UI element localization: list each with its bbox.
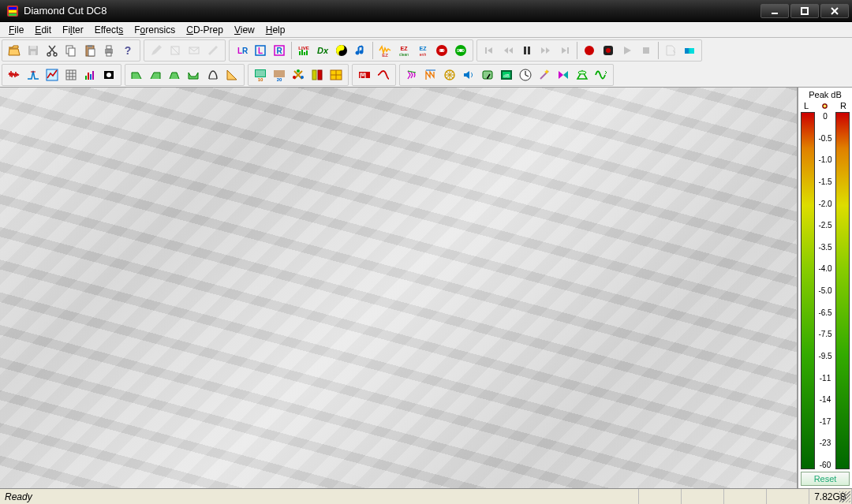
spectrum-icon[interactable] xyxy=(43,65,62,84)
channel-icon[interactable] xyxy=(308,65,327,84)
color-icon[interactable] xyxy=(680,41,699,60)
svg-rect-16 xyxy=(88,45,92,47)
minimize-button[interactable] xyxy=(760,4,789,18)
forward-button[interactable] xyxy=(536,41,555,60)
close-button[interactable] xyxy=(820,4,849,18)
svg-rect-58 xyxy=(690,48,694,54)
meter-tick: -0.5 xyxy=(816,134,834,143)
spike-icon[interactable] xyxy=(24,65,43,84)
comp-icon[interactable] xyxy=(204,65,222,84)
levels-icon[interactable] xyxy=(80,65,99,84)
filter2-icon[interactable] xyxy=(147,65,166,84)
gate-icon[interactable] xyxy=(355,65,374,84)
wand-icon[interactable] xyxy=(535,65,554,84)
menu-filter[interactable]: Filter xyxy=(57,23,89,37)
meter-tick: -2.0 xyxy=(816,200,834,208)
grid-icon[interactable] xyxy=(62,65,80,84)
pause-button[interactable] xyxy=(518,41,536,60)
eq20-icon[interactable]: 20 xyxy=(270,65,289,84)
record-stop-button[interactable] xyxy=(599,41,618,60)
marker-icon[interactable] xyxy=(661,41,680,60)
open-button[interactable] xyxy=(5,41,24,60)
pencil-icon[interactable] xyxy=(147,41,166,60)
env2-icon[interactable] xyxy=(573,65,592,84)
xfade-icon[interactable] xyxy=(554,65,573,84)
paste-button[interactable] xyxy=(80,41,99,60)
speaker-icon[interactable] xyxy=(459,65,478,84)
fx3-icon[interactable] xyxy=(440,65,459,84)
svg-rect-57 xyxy=(685,48,689,54)
l-button[interactable]: L xyxy=(251,41,270,60)
menu-help[interactable]: Help xyxy=(260,23,291,37)
svg-text:LIVE: LIVE xyxy=(298,46,308,50)
knife-icon[interactable] xyxy=(204,41,222,60)
tb1-file-group: ? xyxy=(2,39,140,62)
live-button[interactable]: LIVE xyxy=(294,41,313,60)
svg-rect-10 xyxy=(31,51,36,55)
meter-tick: -2.5 xyxy=(816,221,834,230)
window-buttons xyxy=(760,4,849,18)
balance-icon[interactable] xyxy=(327,65,346,84)
save-button[interactable] xyxy=(24,41,43,60)
maximize-button[interactable] xyxy=(790,4,819,18)
help-button[interactable]: ? xyxy=(118,41,137,60)
stop-button[interactable] xyxy=(637,41,656,60)
svg-point-70 xyxy=(297,69,300,73)
resize-grip[interactable] xyxy=(839,491,850,502)
rewind-button[interactable] xyxy=(499,41,518,60)
copy-button[interactable] xyxy=(62,41,80,60)
notes-icon[interactable] xyxy=(351,41,370,60)
toolbar-area: ? LR L R LIVE Dx EZ EZclean EZenh CD DVD xyxy=(0,38,852,88)
svg-text:EZ: EZ xyxy=(420,46,428,51)
status-empty-4 xyxy=(767,489,809,504)
clip-icon[interactable]: dB xyxy=(497,65,516,84)
svg-rect-63 xyxy=(90,74,92,80)
workspace[interactable] xyxy=(0,88,797,488)
prev-button[interactable] xyxy=(480,41,499,60)
fill-icon[interactable] xyxy=(166,41,185,60)
menu-edit[interactable]: Edit xyxy=(29,23,57,37)
dvd-icon[interactable]: DVD xyxy=(451,41,470,60)
main-area: Peak dB L R 0 -0.5 -1.0 -1.5 -2.0 -2.5 -… xyxy=(0,88,852,488)
menu-view[interactable]: View xyxy=(229,23,260,37)
ez-impulse-button[interactable]: EZ xyxy=(376,41,394,60)
filter4-icon[interactable] xyxy=(185,65,204,84)
fx2-icon[interactable] xyxy=(421,65,440,84)
gauge-icon[interactable] xyxy=(478,65,497,84)
eq10-icon[interactable]: 10 xyxy=(251,65,270,84)
filter3-icon[interactable] xyxy=(166,65,185,84)
menu-bar: File Edit Filter Effects Forensics CD-Pr… xyxy=(0,22,852,38)
svg-rect-5 xyxy=(802,8,808,14)
r-button[interactable]: R xyxy=(270,41,289,60)
menu-cdprep[interactable]: CD-Prep xyxy=(181,23,229,37)
envelope-icon[interactable] xyxy=(185,41,204,60)
filter1-icon[interactable] xyxy=(128,65,147,84)
lpf-icon[interactable] xyxy=(99,65,118,84)
menu-file[interactable]: File xyxy=(3,23,29,37)
jitter-icon[interactable] xyxy=(289,65,308,84)
svg-text:R: R xyxy=(276,47,282,55)
ez-clean-button[interactable]: EZclean xyxy=(394,41,413,60)
clock-icon[interactable] xyxy=(516,65,535,84)
lr-button[interactable]: LR xyxy=(232,41,251,60)
cut-button[interactable] xyxy=(43,41,62,60)
yinyang-icon[interactable] xyxy=(332,41,351,60)
ez-enhance-button[interactable]: EZenh xyxy=(413,41,432,60)
menu-forensics[interactable]: Forensics xyxy=(129,23,181,37)
cd-icon[interactable]: CD xyxy=(432,41,451,60)
next-button[interactable] xyxy=(555,41,574,60)
dx-button[interactable]: Dx xyxy=(313,41,332,60)
fx1-icon[interactable] xyxy=(402,65,421,84)
menu-effects[interactable]: Effects xyxy=(89,23,129,37)
play-button[interactable] xyxy=(618,41,637,60)
meter-tick: -3.5 xyxy=(816,243,834,252)
angle-icon[interactable] xyxy=(222,65,241,84)
sine-icon[interactable] xyxy=(592,65,611,84)
meter-reset-button[interactable]: Reset xyxy=(801,472,850,486)
print-button[interactable] xyxy=(99,41,118,60)
meter-scale: 0 -0.5 -1.0 -1.5 -2.0 -2.5 -3.5 -4.0 -5.… xyxy=(815,112,835,469)
tb1-edit-tools-group xyxy=(144,39,226,62)
noise-icon[interactable] xyxy=(5,65,24,84)
record-button[interactable] xyxy=(580,41,599,60)
slope-icon[interactable] xyxy=(374,65,393,84)
